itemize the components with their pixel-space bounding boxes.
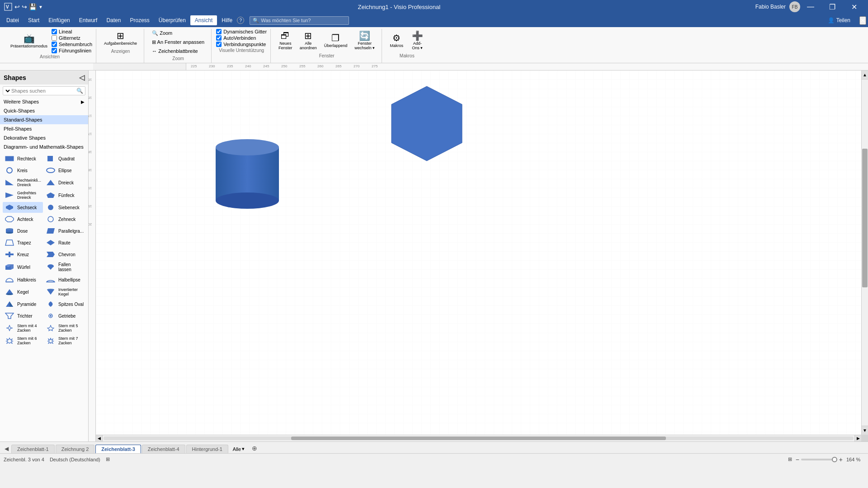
makros-button[interactable]: ⚙ Makros xyxy=(387,31,406,50)
shape-item-dose[interactable]: Dose xyxy=(3,225,43,236)
zoom-button[interactable]: 🔍 Zoom xyxy=(149,29,175,38)
add-ons-button[interactable]: ➕ Add-Ons ▾ xyxy=(407,29,427,52)
restore-btn[interactable]: ❐ xyxy=(822,0,843,14)
shape-item-pyramide[interactable]: Pyramide xyxy=(3,299,43,310)
shape-item-halbellipse[interactable]: Halbellipse xyxy=(44,274,85,285)
canvas-hscrollbar[interactable]: ◀ ▶ xyxy=(96,435,861,441)
shape-cylinder[interactable] xyxy=(213,138,281,211)
zoom-in-btn[interactable]: + xyxy=(839,456,843,463)
zoom-out-btn[interactable]: − xyxy=(796,456,799,463)
menu-ansicht[interactable]: Ansicht xyxy=(190,15,217,25)
shape-item-rechtwinkl-dreieck[interactable]: Rechtwinkli...Dreieck xyxy=(3,177,43,188)
shape-item-raute[interactable]: Raute xyxy=(44,237,85,248)
shape-item-dreieck[interactable]: Dreieck xyxy=(44,177,85,188)
scrollbar-up-btn[interactable]: ▲ xyxy=(862,70,868,80)
canvas-scroll-right[interactable]: ▶ xyxy=(854,435,861,441)
tab-scroll-left[interactable]: ◀ xyxy=(2,444,11,453)
menu-entwurf[interactable]: Entwurf xyxy=(75,15,102,25)
menu-einfuegen[interactable]: Einfügen xyxy=(44,15,74,25)
tab-all-btn[interactable]: Alle ▾ xyxy=(229,445,248,453)
menu-hilfe[interactable]: Hilfe xyxy=(217,15,237,25)
menu-prozess[interactable]: Prozess xyxy=(125,15,154,25)
canvas-area[interactable]: ▲ ▼ ◀ ▶ xyxy=(96,70,868,441)
search-input[interactable] xyxy=(11,88,76,94)
tab-zeichnung-2[interactable]: Zeichnung 2 xyxy=(56,445,95,453)
neues-fenster-button[interactable]: 🗗 NeuesFenster xyxy=(275,29,296,52)
shape-item-halbkreis[interactable]: Halbkreis xyxy=(3,274,43,285)
aufgabenbereiche-button[interactable]: ⊞ Aufgabenbereiche xyxy=(101,29,140,48)
sidebar-collapse-btn[interactable]: ◁ xyxy=(79,73,85,82)
shape-item-kegel[interactable]: Kegel xyxy=(3,286,43,298)
verbindungspunkte-checkbox[interactable]: Verbindungspunkte xyxy=(216,42,266,47)
alle-anordnen-button[interactable]: ⊞ Alleanordnen xyxy=(297,29,320,52)
shape-item-fallen-lassen[interactable]: Fallen lassen xyxy=(44,261,85,273)
shape-item-chevron[interactable]: Chevron xyxy=(44,249,85,260)
shape-item-wuerfel[interactable]: Würfel xyxy=(3,261,43,273)
redo-btn[interactable]: ↪ xyxy=(22,3,27,10)
vertical-scrollbar[interactable]: ▲ ▼ xyxy=(861,70,868,435)
autoverbinden-checkbox[interactable]: AutoVerbinden xyxy=(216,35,256,41)
tab-hintergrund-1[interactable]: Hintergrund-1 xyxy=(186,445,228,453)
menu-daten[interactable]: Daten xyxy=(102,15,125,25)
shape-item-sechseck[interactable]: Sechseck xyxy=(3,202,43,213)
minimize-btn[interactable]: — xyxy=(800,0,821,14)
scrollbar-down-btn[interactable]: ▼ xyxy=(862,426,868,435)
undo-btn[interactable]: ↩ xyxy=(14,3,20,10)
category-diagramm-shapes[interactable]: Diagramm- und Mathematik-Shapes xyxy=(0,142,88,151)
zoom-level[interactable]: 164 % xyxy=(846,457,864,462)
shape-item-gedrehtes-dreieck[interactable]: GedrehtesDreieck xyxy=(3,189,43,201)
customize-btn[interactable]: ▼ xyxy=(38,5,43,9)
fenster-wechseln-button[interactable]: 🔄 Fensterwechseln ▾ xyxy=(351,29,378,52)
menu-datei[interactable]: Datei xyxy=(2,15,24,25)
close-btn[interactable]: ✕ xyxy=(844,0,864,14)
menu-start[interactable]: Start xyxy=(24,15,44,25)
shape-item-ellipse[interactable]: Ellipse xyxy=(44,165,85,176)
dynamisches-gitter-checkbox[interactable]: Dynamisches Gitter xyxy=(216,29,267,34)
category-standard-shapes[interactable]: Standard-Shapes xyxy=(0,115,88,124)
save-btn[interactable]: 💾 xyxy=(29,3,37,10)
shape-item-fuenfeck[interactable]: Fünfeck xyxy=(44,189,85,201)
presentationsmodus-button[interactable]: 📺 Präsentationsmodus xyxy=(7,32,51,51)
canvas-scroll-left[interactable]: ◀ xyxy=(96,435,103,441)
shape-item-stern-5[interactable]: Stern mit 5Zacken xyxy=(44,322,85,334)
scrollbar-track-v[interactable] xyxy=(862,80,868,426)
zeichenblattbreite-button[interactable]: ↔ Zeichenblattbreite xyxy=(149,47,201,55)
seitenumbruch-checkbox[interactable]: Seitenumbruch xyxy=(52,42,92,47)
zoom-slider[interactable] xyxy=(801,459,837,460)
shape-item-kreis[interactable]: Kreis xyxy=(3,165,43,176)
fuehrungslinien-checkbox[interactable]: Führungslinien xyxy=(52,48,92,53)
ueberlappend-button[interactable]: ❐ Überlappend xyxy=(321,31,351,50)
tab-zeichenblatt-4[interactable]: Zeichenblatt-4 xyxy=(142,445,185,453)
gitterlinien-checkbox[interactable]: Gitternetz xyxy=(52,35,92,41)
shape-item-kreuz[interactable]: Kreuz xyxy=(3,249,43,260)
menu-ueberprufen[interactable]: Überprüfen xyxy=(154,15,190,25)
shape-item-spitzes-oval[interactable]: Spitzes Oval xyxy=(44,299,85,310)
tab-add-btn[interactable]: ⊕ xyxy=(248,443,261,453)
shape-item-quadrat[interactable]: Quadrat xyxy=(44,153,85,164)
shape-item-parallelogramm[interactable]: Parallelgra... xyxy=(44,225,85,236)
tab-zeichenblatt-3[interactable]: Zeichenblatt-3 xyxy=(95,445,141,453)
shape-item-stern-7[interactable]: Stern mit 7Zacken xyxy=(44,335,85,347)
normal-view-icon[interactable]: ⊞ xyxy=(788,456,792,462)
shape-item-getriebe[interactable]: Getriebe xyxy=(44,310,85,321)
tab-zeichenblatt-1[interactable]: Zeichenblatt-1 xyxy=(11,445,55,453)
search-type-select[interactable]: ▾ xyxy=(5,88,11,94)
shape-item-achteck[interactable]: Achteck xyxy=(3,214,43,225)
category-weitere-shapes[interactable]: Weitere Shapes ▶ xyxy=(0,97,88,106)
an-fenster-button[interactable]: ⊞ An Fenster anpassen xyxy=(149,38,208,47)
shape-item-trichter[interactable]: Trichter xyxy=(3,310,43,321)
shape-item-stern-4[interactable]: Stern mit 4Zacken xyxy=(3,322,43,334)
category-pfeil-shapes[interactable]: Pfeil-Shapes xyxy=(0,124,88,133)
lineal-checkbox[interactable]: Lineal xyxy=(52,29,92,34)
search-icon[interactable]: 🔍 xyxy=(76,88,83,94)
shape-item-siebeneck[interactable]: Siebeneck xyxy=(44,202,85,213)
category-quick-shapes[interactable]: Quick-Shapes xyxy=(0,106,88,115)
share-button[interactable]: 👤 Teilen xyxy=(822,15,856,25)
shape-item-invertierter-kegel[interactable]: InvertierterKegel xyxy=(44,286,85,298)
shape-item-zehneck[interactable]: Zehneck xyxy=(44,214,85,225)
help-search[interactable]: 🔍 Was möchten Sie tun? xyxy=(250,16,349,25)
shape-item-stern-6[interactable]: Stern mit 6Zacken xyxy=(3,335,43,347)
shape-item-trapez[interactable]: Trapez xyxy=(3,237,43,248)
category-dekorative-shapes[interactable]: Dekorative Shapes xyxy=(0,133,88,142)
shape-item-rechteck[interactable]: Rechteck xyxy=(3,153,43,164)
